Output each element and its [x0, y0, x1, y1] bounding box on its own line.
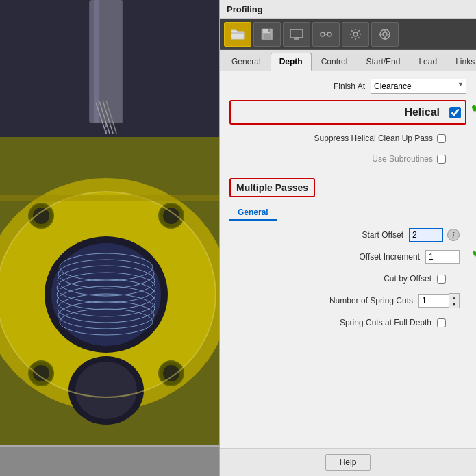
svg-point-32: [75, 362, 137, 419]
cad-viewport: [0, 0, 226, 476]
panel-footer: Help: [220, 448, 476, 476]
spring-cuts-up-arrow[interactable]: ▲: [449, 294, 459, 301]
panel-toolbar: [220, 19, 476, 50]
multiple-passes-red-box: Multiple Passes: [229, 178, 315, 197]
spring-cuts-input[interactable]: [418, 294, 449, 308]
tab-bar: General Depth Control Start/End Lead Lin…: [220, 50, 476, 71]
multiple-passes-label: Multiple Passes: [236, 179, 308, 196]
svg-point-46: [327, 32, 331, 36]
tab-depth[interactable]: Depth: [271, 53, 312, 71]
cut-by-offset-row: Cut by Offset: [229, 271, 466, 287]
toolbar-settings-button[interactable]: [342, 22, 369, 47]
svg-point-50: [383, 32, 387, 36]
spring-cuts-down-arrow[interactable]: ▼: [449, 301, 459, 308]
finish-at-dropdown[interactable]: Clearance Model Top Stock Top: [371, 79, 466, 94]
helical-section: Helical ✓: [229, 100, 466, 125]
help-button[interactable]: Help: [325, 454, 371, 471]
svg-point-5: [51, 243, 161, 346]
svg-point-48: [353, 32, 358, 36]
spring-cuts-full-checkbox[interactable]: [437, 318, 446, 327]
panel-title-text: Profiling: [227, 4, 263, 14]
toolbar-link-button[interactable]: [312, 22, 340, 47]
toolbar-folder-button[interactable]: [224, 22, 251, 47]
toolbar-target-button[interactable]: [371, 22, 399, 47]
spring-cuts-spinner: ▲ ▼: [449, 293, 460, 308]
suppress-checkbox[interactable]: [437, 134, 446, 143]
svg-rect-41: [290, 29, 303, 38]
offset-increment-row: Offset Increment ✓: [229, 249, 466, 265]
spring-cuts-full-row: Spring Cuts at Full Depth: [229, 314, 466, 331]
finish-at-row: Finish At Clearance Model Top Stock Top: [229, 78, 466, 95]
svg-rect-40: [268, 29, 270, 32]
start-offset-input[interactable]: [409, 228, 443, 242]
svg-point-45: [321, 32, 325, 36]
subroutines-label: Use Subroutines: [348, 154, 437, 164]
tab-start-end[interactable]: Start/End: [357, 53, 409, 71]
offset-increment-input[interactable]: [425, 250, 460, 264]
tab-general[interactable]: General: [223, 53, 270, 71]
svg-rect-39: [264, 34, 271, 39]
helical-red-box: Helical: [229, 100, 466, 125]
subroutines-checkbox[interactable]: [437, 155, 446, 164]
subroutines-row: Use Subroutines: [229, 151, 466, 167]
suppress-row: Suppress Helical Clean Up Pass: [229, 130, 466, 147]
start-offset-info-icon[interactable]: i: [447, 229, 460, 241]
helical-green-check: ✓: [468, 95, 476, 116]
tab-lead[interactable]: Lead: [410, 53, 446, 71]
offset-green-check: ✓: [470, 242, 476, 261]
offset-increment-label: Offset Increment: [329, 252, 425, 262]
spring-cuts-row: Number of Spring Cuts ▲ ▼: [229, 292, 466, 309]
depth-tab-content: Finish At Clearance Model Top Stock Top …: [220, 71, 476, 343]
svg-rect-36: [0, 445, 226, 447]
svg-rect-35: [0, 445, 226, 476]
profiling-panel: Profiling: [219, 0, 476, 476]
panel-title: Profiling: [220, 0, 476, 19]
start-offset-label: Start Offset: [313, 230, 409, 240]
multiple-passes-section: Multiple Passes: [229, 174, 466, 201]
inner-tab-bar: General: [229, 205, 466, 221]
helical-label: Helical: [404, 106, 440, 118]
toolbar-screen-button[interactable]: [283, 22, 310, 47]
tab-links[interactable]: Links: [447, 53, 476, 71]
tab-control[interactable]: Control: [312, 53, 357, 71]
svg-rect-34: [0, 195, 226, 201]
helical-label-area: Helical: [236, 106, 445, 118]
helical-checkbox[interactable]: [449, 107, 461, 118]
spring-cuts-full-label: Spring Cuts at Full Depth: [317, 318, 437, 327]
cut-by-offset-checkbox[interactable]: [437, 275, 446, 284]
spring-cuts-label: Number of Spring Cuts: [309, 296, 418, 305]
inner-tab-general[interactable]: General: [229, 205, 277, 221]
cut-by-offset-label: Cut by Offset: [341, 274, 437, 284]
start-offset-row: Start Offset i: [229, 227, 466, 243]
finish-at-label: Finish At: [302, 82, 371, 91]
suppress-label: Suppress Helical Clean Up Pass: [307, 134, 437, 143]
toolbar-save-button[interactable]: [253, 22, 281, 47]
spring-cuts-spinner-wrapper: ▲ ▼: [418, 293, 460, 308]
helical-row: Helical: [236, 104, 460, 121]
finish-at-dropdown-wrapper: Clearance Model Top Stock Top: [371, 79, 466, 94]
